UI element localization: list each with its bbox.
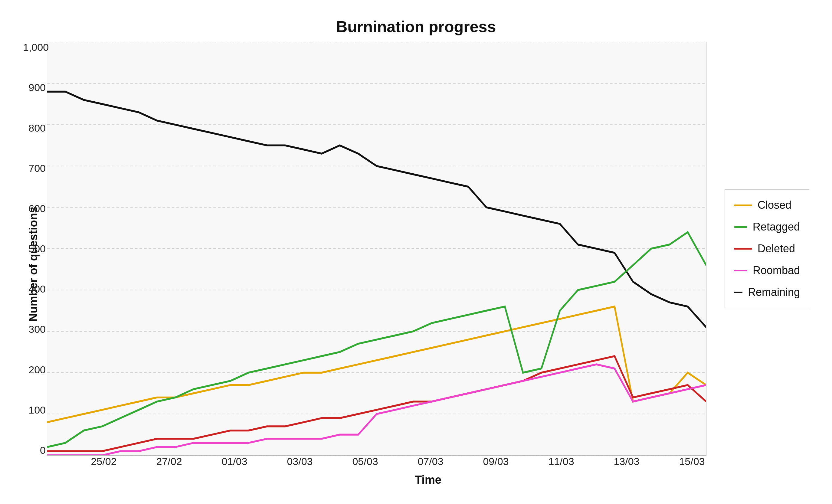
legend-item-closed: Closed [734,199,800,211]
chart-area-wrapper: 0 100 200 300 400 500 600 700 800 900 1,… [47,42,809,486]
legend-item-deleted: Deleted [734,242,800,255]
chart-svg: .grid { stroke: #cccccc; stroke-width: 1… [47,42,706,455]
y-tick: 300 [23,324,46,334]
y-tick: 800 [23,123,46,133]
remaining-line [47,92,706,327]
chart-body: Number of questions 0 100 200 300 400 50… [23,42,809,486]
x-tick-1503: 15/03 [659,456,725,468]
legend-line-remaining [734,292,743,293]
legend-line-roombad [734,270,747,271]
y-tick: 900 [23,82,46,92]
y-tick: 700 [23,163,46,173]
legend-item-remaining: Remaining [734,286,800,299]
legend-line-deleted [734,248,752,249]
legend-label-roombad: Roombad [753,264,800,277]
legend-line-retagged [734,226,747,228]
legend: Closed Retagged Deleted Roombad [725,189,809,308]
x-tick-0903: 09/03 [463,456,528,468]
legend-line-closed [734,205,752,206]
x-tick-0703: 07/03 [398,456,463,468]
y-ticks: 0 100 200 300 400 500 600 700 800 900 1,… [23,42,46,455]
deleted-line [47,356,706,451]
y-tick: 0 [23,445,46,455]
y-tick: 500 [23,243,46,254]
x-ticks: 25/02 27/02 01/03 03/03 05/03 07/03 09/0… [71,456,809,468]
y-tick: 400 [23,284,46,294]
x-tick-0303: 03/03 [267,456,333,468]
y-tick: 600 [23,203,46,214]
legend-label-closed: Closed [758,199,791,211]
legend-label-retagged: Retagged [753,220,800,233]
x-tick-1103: 11/03 [528,456,594,468]
legend-label-deleted: Deleted [758,242,795,255]
legend-item-retagged: Retagged [734,220,800,233]
x-tick-0503: 05/03 [333,456,398,468]
x-tick-2502: 25/02 [71,456,136,468]
x-axis-label: Time [47,473,809,486]
chart-container: Burnination progress Number of questions… [23,18,809,486]
x-tick-2702: 27/02 [136,456,202,468]
chart-plot-and-legend: 0 100 200 300 400 500 600 700 800 900 1,… [47,42,809,456]
chart-plot: 0 100 200 300 400 500 600 700 800 900 1,… [47,42,706,456]
chart-title: Burnination progress [336,18,496,36]
closed-line [47,307,706,422]
legend-label-remaining: Remaining [748,286,800,299]
y-tick: 200 [23,365,46,375]
legend-item-roombad: Roombad [734,264,800,277]
x-tick-1303: 13/03 [594,456,659,468]
y-tick: 1,000 [23,42,46,52]
x-tick-0103: 01/03 [202,456,267,468]
y-tick: 100 [23,405,46,415]
